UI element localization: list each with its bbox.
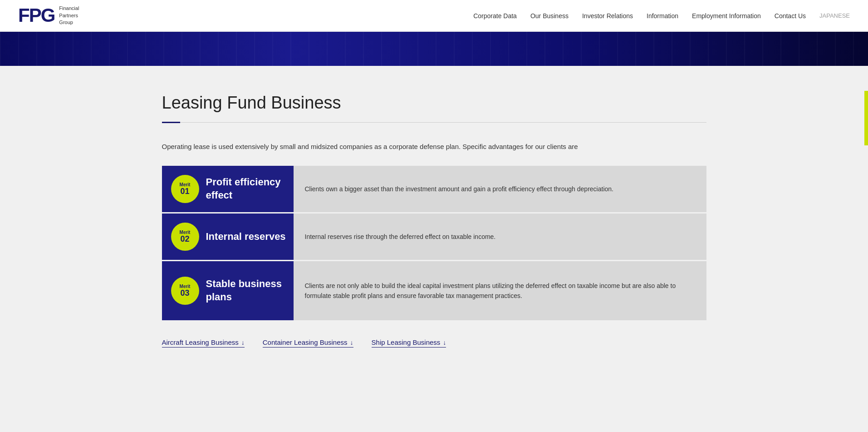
merit-badge-1: Merit 01 xyxy=(171,175,199,203)
link-container[interactable]: Container Leasing Business ↓ xyxy=(263,338,353,348)
nav-employment-information[interactable]: Employment Information xyxy=(692,12,761,20)
merit-left-1: Merit 01 Profit efficiencyeffect xyxy=(162,166,294,212)
merit-row-3: Merit 03 Stable businessplans Clients ar… xyxy=(162,261,706,320)
merit-left-3: Merit 03 Stable businessplans xyxy=(162,261,294,320)
accent-bar xyxy=(864,91,868,145)
merit-title-1: Profit efficiencyeffect xyxy=(206,176,281,202)
nav-japanese[interactable]: JAPANESE xyxy=(819,12,850,19)
logo[interactable]: FPG Financial Partners Group xyxy=(18,5,79,26)
merit-title-3: Stable businessplans xyxy=(206,278,282,303)
link-aircraft[interactable]: Aircraft Leasing Business ↓ xyxy=(162,338,245,348)
merit-badge-3: Merit 03 xyxy=(171,277,199,305)
merit-badge-2: Merit 02 xyxy=(171,223,199,251)
bottom-links: Aircraft Leasing Business ↓ Container Le… xyxy=(162,338,706,348)
main-nav: Corporate Data Our Business Investor Rel… xyxy=(473,12,850,20)
nav-corporate-data[interactable]: Corporate Data xyxy=(473,12,517,20)
nav-our-business[interactable]: Our Business xyxy=(530,12,569,20)
nav-information[interactable]: Information xyxy=(647,12,678,20)
title-divider xyxy=(162,122,706,123)
intro-text: Operating lease is used extensively by s… xyxy=(162,141,706,152)
logo-text: Financial Partners Group xyxy=(59,5,79,26)
merit-right-1: Clients own a bigger asset than the inve… xyxy=(294,166,706,212)
merit-description-2: Internal reserves rise through the defer… xyxy=(305,232,496,242)
merit-left-2: Merit 02 Internal reserves xyxy=(162,214,294,260)
merit-right-3: Clients are not only able to build the i… xyxy=(294,261,706,320)
merit-description-1: Clients own a bigger asset than the inve… xyxy=(305,184,613,194)
nav-contact-us[interactable]: Contact Us xyxy=(775,12,806,20)
arrow-container: ↓ xyxy=(350,339,353,346)
title-underline-gray xyxy=(180,122,706,123)
link-ship[interactable]: Ship Leasing Business ↓ xyxy=(372,338,446,348)
merit-description-3: Clients are not only able to build the i… xyxy=(305,281,695,301)
arrow-aircraft: ↓ xyxy=(241,339,245,346)
nav-investor-relations[interactable]: Investor Relations xyxy=(582,12,633,20)
merits-container: Merit 01 Profit efficiencyeffect Clients… xyxy=(162,166,706,320)
header: FPG Financial Partners Group Corporate D… xyxy=(0,0,868,32)
arrow-ship: ↓ xyxy=(443,339,446,346)
main-content: Leasing Fund Business Operating lease is… xyxy=(144,66,725,384)
hero-banner xyxy=(0,32,868,66)
page-title: Leasing Fund Business xyxy=(162,93,706,113)
logo-letters: FPG xyxy=(18,6,54,25)
merit-title-2: Internal reserves xyxy=(206,230,286,243)
merit-row-1: Merit 01 Profit efficiencyeffect Clients… xyxy=(162,166,706,212)
merit-right-2: Internal reserves rise through the defer… xyxy=(294,214,706,260)
title-underline-blue xyxy=(162,122,180,123)
merit-row-2: Merit 02 Internal reserves Internal rese… xyxy=(162,214,706,260)
